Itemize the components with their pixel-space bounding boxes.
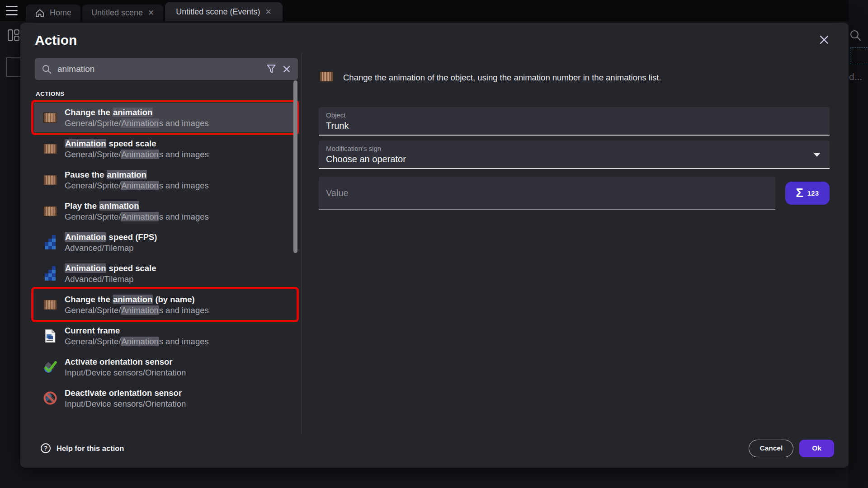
help-link[interactable]: ? Help for this action [41, 443, 124, 453]
list-section-header: ACTIONS [36, 90, 302, 97]
action-list: Change the animation General/Sprite/Anim… [34, 103, 296, 413]
item-title: Animation speed scale [65, 263, 156, 274]
tab[interactable]: Untitled scene ✕ [82, 5, 163, 21]
list-item[interactable]: Current frame General/Sprite/Animations … [34, 321, 296, 351]
operator-select-value: Choose an operator [326, 154, 822, 164]
object-field-label: Object [326, 111, 822, 119]
list-item[interactable]: Activate orientation sensor Input/Device… [34, 352, 296, 382]
list-item[interactable]: Change the animation (by name) General/S… [34, 290, 296, 319]
animation-icon [42, 143, 58, 155]
item-subtitle: Advanced/Tilemap [65, 274, 156, 284]
animation-icon [319, 70, 334, 84]
frame-icon [42, 329, 58, 343]
expression-editor-button[interactable]: Σ 123 [785, 182, 830, 205]
item-subtitle: General/Sprite/Animations and images [65, 118, 209, 128]
item-title: Activate orientation sensor [65, 357, 186, 367]
item-title: Play the animation [65, 201, 209, 211]
background-partial-panel [6, 57, 21, 77]
list-item[interactable]: Animation speed scale General/Sprite/Ani… [34, 134, 296, 164]
ok-button[interactable]: Ok [799, 440, 834, 457]
home-icon [35, 9, 45, 18]
hamburger-menu-icon[interactable] [6, 6, 18, 15]
animation-icon [42, 205, 58, 217]
tab-strip: Home Untitled scene ✕ Untitled scene (Ev… [26, 0, 283, 21]
item-subtitle: Input/Device sensors/Orientation [65, 399, 186, 409]
action-detail-panel: Change the animation of the object, usin… [319, 52, 830, 434]
list-item[interactable]: Pause the animation General/Sprite/Anima… [34, 165, 296, 195]
object-field-value: Trunk [326, 121, 822, 131]
tab-label: Home [50, 8, 71, 18]
operator-select[interactable]: Modification's sign Choose an operator [319, 141, 830, 169]
list-item[interactable]: Deactivate orientation sensor Input/Devi… [34, 383, 296, 413]
tab[interactable]: Untitled scene (Events) ✕ [165, 2, 282, 21]
chevron-down-icon [813, 153, 821, 157]
expression-button-label: 123 [807, 190, 819, 197]
action-search-panel: ACTIONS Change the animation General/Spr… [20, 52, 302, 435]
item-title: Deactivate orientation sensor [65, 388, 186, 399]
item-title: Animation speed scale [65, 138, 209, 149]
item-title: Change the animation [65, 107, 209, 118]
help-label: Help for this action [57, 444, 124, 453]
tilemap-icon [42, 266, 58, 281]
search-bar [35, 58, 298, 80]
animation-icon [42, 299, 58, 311]
scrollbar-thumb[interactable] [293, 80, 297, 253]
list-item[interactable]: Change the animation General/Sprite/Anim… [34, 103, 296, 132]
item-title: Pause the animation [65, 169, 209, 180]
value-field [319, 177, 775, 210]
object-field[interactable]: Object Trunk [319, 107, 830, 136]
list-item[interactable]: Play the animation General/Sprite/Animat… [34, 196, 296, 226]
item-subtitle: General/Sprite/Animations and images [65, 149, 209, 160]
tab-close-icon[interactable]: ✕ [265, 8, 271, 16]
item-subtitle: General/Sprite/Animations and images [65, 180, 209, 191]
clear-search-icon[interactable] [282, 65, 291, 74]
close-icon[interactable] [818, 33, 830, 46]
item-subtitle: Input/Device sensors/Orientation [65, 367, 186, 378]
truncated-background-text: d... [849, 71, 862, 82]
operator-select-label: Modification's sign [326, 145, 822, 152]
item-subtitle: General/Sprite/Animations and images [65, 336, 209, 347]
help-icon: ? [41, 443, 51, 453]
dialog-footer: ? Help for this action Cancel Ok [20, 435, 849, 461]
item-subtitle: Advanced/Tilemap [65, 243, 157, 253]
tilemap-icon [42, 235, 58, 249]
item-subtitle: General/Sprite/Animations and images [65, 211, 209, 222]
action-description-row: Change the animation of the object, usin… [319, 70, 830, 84]
item-title: Current frame [65, 325, 209, 336]
item-title: Animation speed (FPS) [65, 232, 157, 243]
animation-icon [42, 174, 58, 186]
search-icon[interactable] [849, 29, 862, 43]
tab-close-icon[interactable]: ✕ [148, 9, 154, 17]
sensor-on-icon [42, 359, 58, 375]
panels-layout-icon[interactable] [7, 29, 20, 43]
value-input[interactable] [326, 188, 768, 198]
sigma-icon: Σ [796, 187, 803, 199]
item-subtitle: General/Sprite/Animations and images [65, 305, 209, 315]
animation-icon [42, 112, 58, 124]
list-item[interactable]: Animation speed scale Advanced/Tilemap [34, 258, 296, 288]
filter-icon[interactable] [266, 64, 276, 75]
tab[interactable]: Home [26, 5, 80, 21]
search-input[interactable] [57, 64, 260, 74]
tab-label: Untitled scene [91, 8, 143, 18]
action-description: Change the animation of the object, usin… [343, 73, 661, 83]
tab-label: Untitled scene (Events) [176, 7, 260, 17]
action-dialog: Action ACTIONS Change the animation Gene… [20, 23, 849, 468]
selection-dashed-outline [850, 47, 868, 64]
sensor-off-icon [42, 390, 58, 406]
panel-divider [302, 52, 302, 434]
cancel-button[interactable]: Cancel [749, 440, 793, 457]
dialog-title: Action [35, 33, 77, 48]
background-events-sheet-edge: d... [849, 0, 868, 488]
list-item[interactable]: Animation speed (FPS) Advanced/Tilemap [34, 227, 296, 257]
magnifier-icon [42, 64, 52, 74]
tab-bar: Home Untitled scene ✕ Untitled scene (Ev… [0, 0, 868, 21]
item-title: Change the animation (by name) [65, 294, 209, 305]
